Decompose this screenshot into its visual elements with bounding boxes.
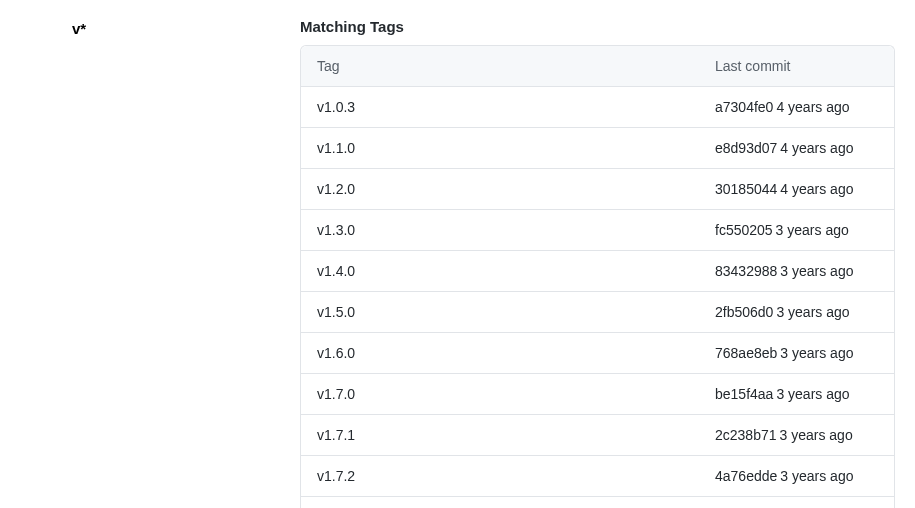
column-header-tag: Tag [301, 46, 699, 86]
last-commit-cell: 06670e8a3 years ago [699, 497, 894, 508]
table-row[interactable]: v1.7.24a76edde3 years ago [301, 456, 894, 497]
commit-age: 3 years ago [780, 468, 853, 484]
last-commit-cell: fc5502053 years ago [699, 210, 894, 250]
last-commit-cell: 301850444 years ago [699, 169, 894, 209]
last-commit-cell: be15f4aa3 years ago [699, 374, 894, 414]
commit-age: 4 years ago [776, 99, 849, 115]
commit-hash[interactable]: 2fb506d0 [715, 304, 773, 320]
commit-hash[interactable]: 30185044 [715, 181, 777, 197]
tag-name[interactable]: v1.7.3 [301, 497, 699, 508]
table-row[interactable]: v1.7.12c238b713 years ago [301, 415, 894, 456]
commit-age: 4 years ago [780, 140, 853, 156]
table-header-row: Tag Last commit [301, 46, 894, 87]
tag-name[interactable]: v1.6.0 [301, 333, 699, 373]
tag-name[interactable]: v1.4.0 [301, 251, 699, 291]
commit-hash[interactable]: 83432988 [715, 263, 777, 279]
last-commit-cell: 2c238b713 years ago [699, 415, 894, 455]
commit-age: 4 years ago [780, 181, 853, 197]
commit-hash[interactable]: be15f4aa [715, 386, 773, 402]
commit-hash[interactable]: 2c238b71 [715, 427, 777, 443]
last-commit-cell: 834329883 years ago [699, 251, 894, 291]
tag-name[interactable]: v1.3.0 [301, 210, 699, 250]
commit-age: 3 years ago [776, 386, 849, 402]
commit-hash[interactable]: e8d93d07 [715, 140, 777, 156]
last-commit-cell: 768ae8eb3 years ago [699, 333, 894, 373]
last-commit-cell: a7304fe04 years ago [699, 87, 894, 127]
table-row[interactable]: v1.7.306670e8a3 years ago [301, 497, 894, 508]
commit-age: 3 years ago [780, 427, 853, 443]
commit-age: 3 years ago [780, 263, 853, 279]
column-header-last-commit: Last commit [699, 46, 894, 86]
matching-tags-heading: Matching Tags [300, 18, 895, 35]
tag-name[interactable]: v1.5.0 [301, 292, 699, 332]
table-row[interactable]: v1.5.02fb506d03 years ago [301, 292, 894, 333]
tag-name[interactable]: v1.1.0 [301, 128, 699, 168]
table-row[interactable]: v1.1.0e8d93d074 years ago [301, 128, 894, 169]
tag-query-pattern: v* [72, 20, 86, 37]
commit-age: 3 years ago [776, 222, 849, 238]
table-row[interactable]: v1.6.0768ae8eb3 years ago [301, 333, 894, 374]
tag-name[interactable]: v1.2.0 [301, 169, 699, 209]
tag-name[interactable]: v1.7.0 [301, 374, 699, 414]
commit-age: 3 years ago [776, 304, 849, 320]
tag-name[interactable]: v1.7.1 [301, 415, 699, 455]
table-row[interactable]: v1.3.0fc5502053 years ago [301, 210, 894, 251]
tag-name[interactable]: v1.0.3 [301, 87, 699, 127]
commit-hash[interactable]: a7304fe0 [715, 99, 773, 115]
table-row[interactable]: v1.2.0301850444 years ago [301, 169, 894, 210]
commit-age: 3 years ago [780, 345, 853, 361]
last-commit-cell: 4a76edde3 years ago [699, 456, 894, 496]
table-row[interactable]: v1.7.0be15f4aa3 years ago [301, 374, 894, 415]
matching-tags-table: Tag Last commit v1.0.3a7304fe04 years ag… [300, 45, 895, 508]
last-commit-cell: 2fb506d03 years ago [699, 292, 894, 332]
last-commit-cell: e8d93d074 years ago [699, 128, 894, 168]
commit-hash[interactable]: 4a76edde [715, 468, 777, 484]
tag-name[interactable]: v1.7.2 [301, 456, 699, 496]
table-row[interactable]: v1.4.0834329883 years ago [301, 251, 894, 292]
commit-hash[interactable]: fc550205 [715, 222, 773, 238]
commit-hash[interactable]: 768ae8eb [715, 345, 777, 361]
table-row[interactable]: v1.0.3a7304fe04 years ago [301, 87, 894, 128]
